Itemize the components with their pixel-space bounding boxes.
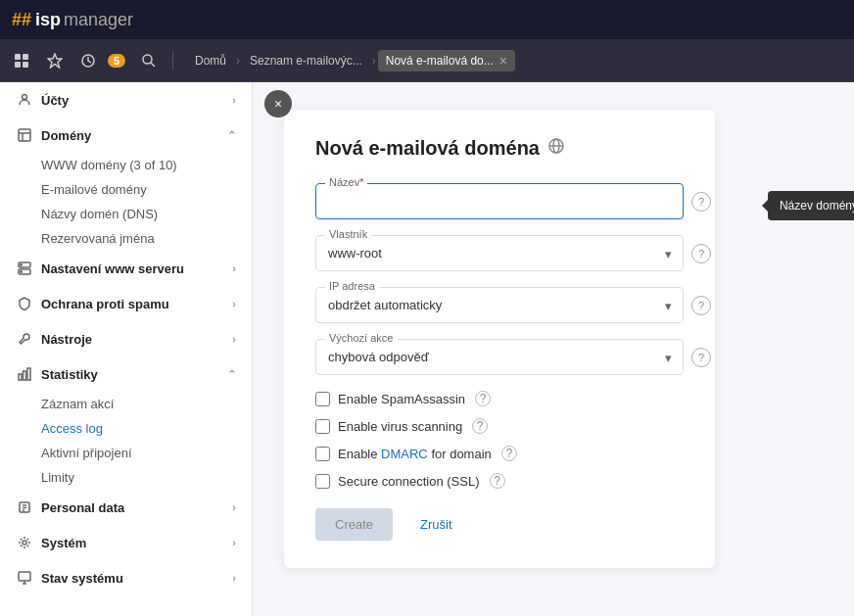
breadcrumb-home[interactable]: Domů [187, 50, 234, 71]
dmarc-checkbox[interactable] [315, 447, 330, 461]
ssl-checkbox-group: Secure connection (SSL) ? [315, 473, 684, 489]
name-help-icon[interactable]: ? [691, 192, 711, 212]
sidebar-item-domeny[interactable]: Domény ⌃ [0, 118, 252, 153]
form-title-text: Nová e-mailová doména [315, 137, 540, 160]
sidebar-item-spam[interactable]: Ochrana proti spamu › [0, 286, 252, 321]
spamassassin-checkbox-group: Enable SpamAssassin ? [315, 391, 684, 406]
name-input[interactable] [315, 183, 684, 219]
sidebar-item-personal[interactable]: Personal data › [0, 490, 252, 525]
spamassassin-help-icon[interactable]: ? [475, 391, 491, 406]
virus-checkbox[interactable] [315, 419, 330, 434]
sidebar-stav-label: Stav systému [41, 571, 224, 586]
svg-rect-2 [15, 62, 21, 68]
content-area: × Nová e-mailová doména Název* ? Název d… [253, 82, 854, 616]
logo-manager: manager [64, 10, 133, 30]
sidebar-system-label: Systém [41, 536, 224, 550]
sidebar-spam-label: Ochrana proti spamu [41, 297, 224, 311]
owner-select-wrapper: www-root [315, 235, 684, 271]
ip-select[interactable]: obdržet automaticky [315, 287, 684, 323]
system-icon [16, 534, 33, 551]
sidebar-item-rezervovana[interactable]: Rezervovaná jména [0, 226, 252, 251]
star-icon[interactable] [41, 47, 69, 74]
sidebar-item-zaznam[interactable]: Záznam akcí [0, 392, 252, 416]
form-panel: × Nová e-mailová doména Název* ? Název d… [284, 110, 715, 568]
owner-field-label: Vlastník [325, 228, 371, 240]
chevron-down-icon: ⌃ [227, 129, 236, 142]
breadcrumb-current[interactable]: Nová e-mailová do... × [378, 50, 515, 71]
ssl-label: Secure connection (SSL) [338, 474, 480, 489]
search-icon[interactable] [135, 47, 163, 74]
svg-point-14 [21, 264, 23, 266]
close-button[interactable]: × [264, 90, 292, 118]
main-layout: Účty › Domény ⌃ WWW domény (3 of 10) E-m… [0, 82, 854, 616]
sidebar-www-server-label: Nastavení www serveru [41, 261, 224, 276]
breadcrumb-close-icon[interactable]: × [499, 54, 507, 68]
breadcrumbs: Domů › Seznam e-mailovýc... › Nová e-mai… [187, 50, 846, 71]
dmarc-highlight: DMARC [381, 447, 428, 461]
sidebar-item-nastroje[interactable]: Nástroje › [0, 321, 252, 356]
sidebar-item-limity[interactable]: Limity [0, 465, 252, 490]
personal-icon [16, 498, 33, 516]
svg-marker-4 [48, 54, 62, 68]
navbar: 5 Domů › Seznam e-mailovýc... › Nová e-m… [0, 39, 854, 82]
ssl-checkbox[interactable] [315, 474, 330, 489]
breadcrumb-arrow-1: › [236, 54, 240, 68]
action-help-icon[interactable]: ? [691, 348, 711, 367]
tools-icon [16, 330, 33, 348]
sidebar-item-ucty[interactable]: Účty › [0, 82, 252, 118]
virus-checkbox-group: Enable virus scanning ? [315, 418, 684, 434]
svg-rect-17 [24, 371, 26, 380]
sidebar-nastroje-label: Nástroje [41, 332, 224, 347]
ip-help-icon[interactable]: ? [691, 296, 711, 315]
name-tooltip: Název domény [768, 191, 854, 220]
svg-rect-1 [23, 54, 28, 60]
sidebar-item-statistiky[interactable]: Statistiky ⌃ [0, 356, 252, 392]
sidebar-item-www-domeny[interactable]: WWW domény (3 of 10) [0, 153, 252, 177]
virus-help-icon[interactable]: ? [472, 418, 488, 434]
owner-help-icon[interactable]: ? [691, 244, 711, 263]
server-icon [16, 260, 33, 277]
ssl-help-icon[interactable]: ? [490, 473, 505, 489]
notification-badge[interactable]: 5 [108, 54, 125, 68]
dmarc-help-icon[interactable]: ? [501, 446, 517, 461]
action-select[interactable]: chybová odpověď [315, 339, 684, 375]
breadcrumb-current-label: Nová e-mailová do... [386, 54, 494, 68]
cancel-button[interactable]: Zrušit [404, 508, 468, 541]
spamassassin-checkbox[interactable] [315, 392, 330, 406]
name-field-group: Název* ? Název domény [315, 183, 684, 219]
sidebar-personal-label: Personal data [41, 500, 224, 515]
sidebar-item-system[interactable]: Systém › [0, 525, 252, 560]
svg-point-6 [143, 55, 152, 64]
ip-field-group: IP adresa obdržet automaticky ? [315, 287, 684, 323]
monitor-icon [16, 569, 33, 587]
chevron-right-icon-5: › [232, 501, 236, 513]
breadcrumb-arrow-2: › [372, 54, 376, 68]
svg-rect-18 [27, 368, 30, 380]
name-field-label: Název* [325, 176, 367, 188]
chevron-right-icon-6: › [232, 537, 236, 548]
chevron-down-icon-2: ⌃ [227, 368, 236, 381]
sidebar-item-email-domeny[interactable]: E-mailové domény [0, 177, 252, 202]
button-row: Create Zrušit [315, 508, 684, 541]
svg-rect-24 [19, 572, 30, 581]
spamassassin-label: Enable SpamAssassin [338, 392, 465, 406]
history-icon[interactable] [74, 47, 102, 74]
sidebar-item-aktivni[interactable]: Aktivní připojení [0, 441, 252, 465]
breadcrumb-list[interactable]: Seznam e-mailovýc... [242, 50, 370, 71]
sidebar-item-accesslog[interactable]: Access log [0, 416, 252, 441]
sidebar-item-dns[interactable]: Názvy domén (DNS) [0, 202, 252, 226]
shield-icon [16, 295, 33, 312]
owner-field-group: Vlastník www-root ? [315, 235, 684, 271]
sidebar-item-stav[interactable]: Stav systému › [0, 560, 252, 595]
sidebar-item-www-server[interactable]: Nastavení www serveru › [0, 251, 252, 286]
chevron-right-icon-2: › [232, 262, 236, 274]
dmarc-label: Enable DMARC for domain [338, 447, 492, 461]
topbar: ##ispmanager [0, 0, 854, 39]
required-marker: * [359, 176, 363, 188]
grid-icon[interactable] [8, 47, 35, 74]
create-button[interactable]: Create [315, 508, 393, 541]
form-title: Nová e-mailová doména [315, 137, 684, 160]
chevron-right-icon: › [232, 94, 236, 106]
owner-select[interactable]: www-root [315, 235, 684, 271]
domain-icon [16, 126, 33, 144]
